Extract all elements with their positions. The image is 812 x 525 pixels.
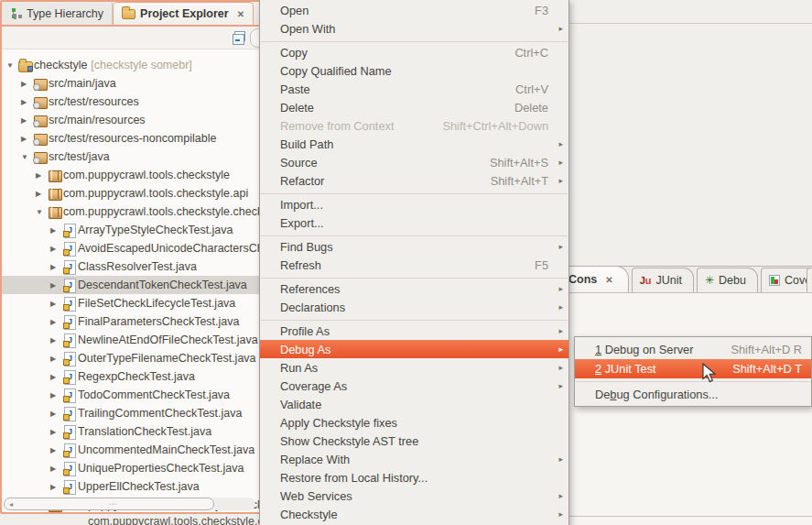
menu-item[interactable]: Open F3 ▸ xyxy=(260,1,568,19)
tree-expand-arrow-icon[interactable]: ▶ xyxy=(50,281,62,290)
menu-item[interactable]: Import... ▸ xyxy=(260,195,568,213)
tree-item[interactable]: ▼ checkstyle [checkstyle somebr] xyxy=(2,56,259,74)
tree-expand-arrow-icon[interactable]: ▶ xyxy=(50,336,62,345)
tree-item[interactable]: ▶ TrailingCommentCheckTest.java xyxy=(2,404,259,422)
tree-item-label: TranslationCheckTest.java xyxy=(78,425,211,438)
tree-item[interactable]: ▶ ArrayTypeStyleCheckTest.java xyxy=(2,221,259,239)
menu-item[interactable]: Export... ▸ xyxy=(260,213,568,232)
tree-expand-arrow-icon[interactable]: ▶ xyxy=(50,355,62,363)
horizontal-scrollbar[interactable]: ◂ ⋯ xyxy=(4,498,255,510)
tree-expand-arrow-icon[interactable]: ▶ xyxy=(21,116,33,125)
menu-item[interactable]: References ▸ xyxy=(260,279,568,298)
tree-item-label: FinalParametersCheckTest.java xyxy=(78,315,239,328)
menu-item[interactable]: Restore from Local History... ▸ xyxy=(260,468,568,487)
menu-item[interactable]: Validate ▸ xyxy=(260,395,568,413)
tree-item[interactable]: ▼ com.puppycrawl.tools.checkstyle.check xyxy=(2,202,259,221)
menu-item[interactable]: Debug As ▸ xyxy=(260,340,568,358)
tree-item[interactable]: ▶ FinalParametersCheckTest.java xyxy=(2,312,259,331)
tree-expand-arrow-icon[interactable]: ▶ xyxy=(36,171,48,180)
menu-item-debug-configurations[interactable]: Debug Configurations... xyxy=(575,385,811,404)
tree-item[interactable]: ▶ src/test/resources-noncompilable xyxy=(2,129,259,148)
menu-item[interactable]: Find Bugs ▸ xyxy=(260,237,568,256)
close-icon[interactable]: ✕ xyxy=(237,9,244,19)
tree-expand-arrow-icon[interactable]: ▶ xyxy=(50,391,62,399)
tree-item[interactable]: ▶ AvoidEscapedUnicodeCharactersChec xyxy=(2,239,259,257)
scrollbar-thumb[interactable]: ◂ ⋯ xyxy=(4,498,214,510)
tab-partial[interactable] xyxy=(807,268,812,292)
tree-item-icon xyxy=(33,114,49,127)
tree-item[interactable]: ▶ RegexpCheckTest.java xyxy=(2,367,259,386)
tree-expand-arrow-icon[interactable]: ▶ xyxy=(50,245,62,253)
tree-expand-arrow-icon[interactable]: ▶ xyxy=(50,428,62,436)
tree-item[interactable]: ▶ ClassResolverTest.java xyxy=(2,257,259,276)
tree-expand-arrow-icon[interactable]: ▶ xyxy=(50,483,62,491)
tree-expand-arrow-icon[interactable]: ▶ xyxy=(36,190,48,198)
menu-item[interactable]: Web Services ▸ xyxy=(260,487,568,505)
menu-item[interactable]: Checkstyle ▸ xyxy=(260,505,568,523)
tree-item-label: com.puppycrawl.tools.checkstyle xyxy=(63,169,230,181)
menu-item[interactable]: Refactor Shift+Alt+T ▸ xyxy=(260,171,568,190)
tab-type-hierarchy[interactable]: Type Hierarchy xyxy=(2,2,113,25)
menu-item-label: Remove from Context xyxy=(280,119,394,133)
tree-item[interactable]: ▶ UniquePropertiesCheckTest.java xyxy=(2,459,259,477)
menu-item-label: Copy Qualified Name xyxy=(280,64,392,78)
menu-item[interactable]: Delete Delete ▸ xyxy=(260,98,568,116)
tab-project-explorer[interactable]: Project Explorer ✕ xyxy=(113,2,254,25)
tree-expand-arrow-icon[interactable]: ▶ xyxy=(50,446,62,454)
tree-item-icon xyxy=(62,260,78,274)
tree-expand-arrow-icon[interactable]: ▶ xyxy=(50,318,62,326)
menu-item[interactable]: Replace With ▸ xyxy=(260,450,568,468)
tab-junit[interactable]: Ju JUnit xyxy=(632,268,694,292)
menu-item[interactable]: Paste Ctrl+V ▸ xyxy=(260,80,568,98)
scroll-left-icon[interactable]: ◂ xyxy=(5,500,13,509)
tree-expand-arrow-icon[interactable]: ▶ xyxy=(50,373,62,381)
menu-item[interactable]: Copy Qualified Name ▸ xyxy=(260,61,568,80)
tree-expand-arrow-icon[interactable]: ▶ xyxy=(50,226,62,235)
menu-item[interactable]: Refresh F5 ▸ xyxy=(260,256,568,274)
tree-item[interactable]: ▶ TodoCommentCheckTest.java xyxy=(2,386,259,404)
menu-item[interactable]: Declarations ▸ xyxy=(260,298,568,316)
submenu-arrow-icon: ▸ xyxy=(552,381,563,390)
tree-expand-arrow-icon[interactable]: ▼ xyxy=(36,208,48,216)
tree-expand-arrow-icon[interactable]: ▼ xyxy=(21,153,33,161)
tree-expand-arrow-icon[interactable]: ▶ xyxy=(50,465,62,473)
tree-item[interactable]: ▶ src/main/java xyxy=(2,74,259,93)
tree-item[interactable]: ▶ com.puppycrawl.tools.checkstyle xyxy=(2,166,259,184)
tree-item[interactable]: ▶ UpperEllCheckTest.java xyxy=(2,477,259,496)
tree-item[interactable]: ▶ TranslationCheckTest.java xyxy=(2,422,259,441)
menu-item[interactable]: Remove from Context Shift+Ctrl+Alt+Down … xyxy=(260,116,568,135)
menu-item[interactable]: Source Shift+Alt+S ▸ xyxy=(260,153,568,171)
menu-item[interactable]: Copy Ctrl+C ▸ xyxy=(260,43,568,61)
menu-item[interactable]: Run As ▸ xyxy=(260,358,568,377)
tree-item[interactable]: ▶ UncommentedMainCheckTest.java xyxy=(2,441,259,459)
tree-item[interactable]: ▶ com.puppycrawl.tools.checkstyle.api xyxy=(2,184,259,202)
tree-expand-arrow-icon[interactable]: ▶ xyxy=(50,410,62,418)
menu-item[interactable]: Build Path ▸ xyxy=(260,135,568,153)
menu-item[interactable]: Profile As ▸ xyxy=(260,322,568,340)
tree-item[interactable]: ▼ src/test/java xyxy=(2,148,259,166)
tree-expand-arrow-icon[interactable]: ▶ xyxy=(50,300,62,308)
tree-item[interactable]: ▶ FileSetCheckLifecycleTest.java xyxy=(2,294,259,312)
menu-item[interactable]: Show Checkstyle AST tree ▸ xyxy=(260,432,568,450)
menu-item[interactable]: Open With ▸ xyxy=(260,19,568,38)
tree-item[interactable]: ▶ OuterTypeFilenameCheckTest.java xyxy=(2,349,259,367)
menu-item-junit-test[interactable]: 2 JUnit Test Shift+Alt+D T xyxy=(575,359,811,378)
tree-expand-arrow-icon[interactable]: ▶ xyxy=(50,263,62,271)
close-icon[interactable]: ✕ xyxy=(605,275,612,285)
menu-item[interactable]: Apply Checkstyle fixes ▸ xyxy=(260,413,568,432)
tree-expand-arrow-icon[interactable]: ▶ xyxy=(21,80,33,88)
tree-expand-arrow-icon[interactable]: ▼ xyxy=(6,61,18,70)
tree-item[interactable]: ▶ src/main/resources xyxy=(2,111,259,129)
collapse-all-icon[interactable] xyxy=(233,31,248,45)
tree-item[interactable]: ▶ DescendantTokenCheckTest.java xyxy=(2,276,259,294)
menu-item-label: Debug Configurations... xyxy=(595,388,718,401)
tree-item[interactable]: ▶ NewlineAtEndOfFileCheckTest.java xyxy=(2,331,259,349)
menu-item[interactable]: Coverage As ▸ xyxy=(260,377,568,395)
tree-expand-arrow-icon[interactable]: ▶ xyxy=(21,98,33,106)
tree-item[interactable]: ▶ src/test/resources xyxy=(2,93,259,111)
tree-expand-arrow-icon[interactable]: ▶ xyxy=(21,135,33,143)
menu-item-debug-on-server[interactable]: 1 Debug on Server Shift+Alt+D R xyxy=(575,340,811,359)
tab-coverage[interactable]: Cover xyxy=(761,268,812,292)
tree-item-icon xyxy=(62,462,78,476)
tab-debug[interactable]: ✳ Debu xyxy=(697,268,758,292)
